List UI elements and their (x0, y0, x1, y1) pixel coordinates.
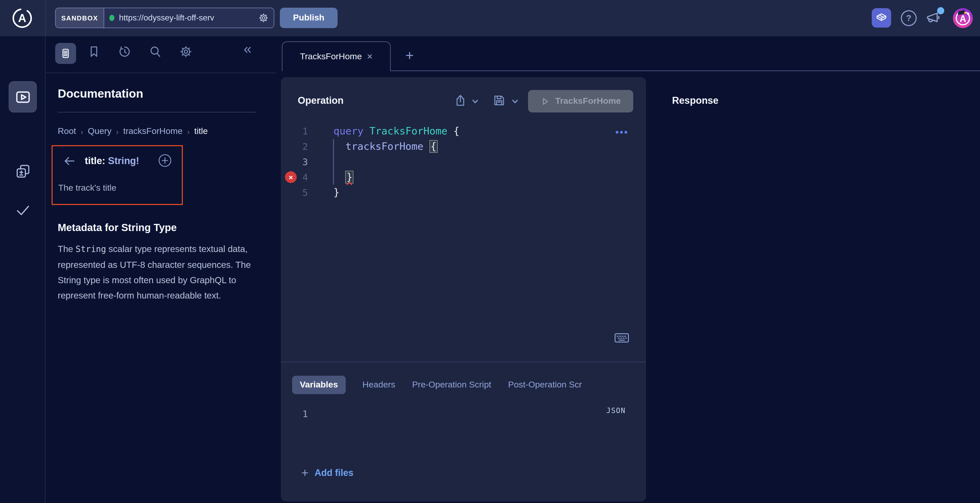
operation-panel-title: Operation (298, 95, 344, 106)
field-type-link[interactable]: String! (108, 155, 139, 166)
save-options-chevron[interactable] (512, 98, 519, 105)
endpoint-url-box[interactable]: https://odyssey-lift-off-serv (104, 8, 274, 27)
sidebar-item-checks[interactable] (0, 202, 45, 218)
docs-tab-documentation-active[interactable] (55, 43, 76, 64)
endpoint-url-input[interactable]: https://odyssey-lift-off-serv (119, 13, 214, 22)
docs-tab-bookmarks[interactable] (88, 45, 100, 58)
new-tab-button[interactable]: + (401, 47, 418, 64)
code-brace: } (334, 187, 340, 198)
top-bar: A SANDBOX https://odyssey-lift-off-serv … (0, 0, 980, 36)
connection-status-dot (109, 15, 115, 21)
graphql-code-editor[interactable]: query TracksForHome { tracksForHome { }} (334, 124, 459, 200)
tab-headers[interactable]: Headers (362, 380, 395, 390)
docs-title-divider (58, 112, 256, 112)
save-operation-button[interactable] (492, 94, 506, 107)
docs-collapse-button[interactable]: « (243, 41, 251, 57)
metadata-code-string: String (76, 244, 106, 254)
endpoint-settings-gear-icon[interactable] (258, 13, 269, 23)
operation-panel-divider (281, 361, 646, 362)
code-line-1: query TracksForHome { (334, 124, 459, 139)
keyboard-shortcuts-button[interactable] (614, 332, 630, 344)
tab-variables-active[interactable]: Variables (292, 376, 345, 394)
plus-icon: + (406, 48, 414, 63)
docs-tab-settings[interactable] (179, 45, 192, 58)
share-icon (453, 94, 467, 107)
run-operation-button-disabled[interactable]: TracksForHome (528, 90, 633, 112)
user-avatar[interactable]: A (953, 8, 973, 28)
line-number: 2 (281, 139, 313, 154)
graduation-tassel (964, 12, 966, 14)
history-clock-icon (118, 45, 131, 58)
code-operation-name: TracksForHome (369, 125, 447, 137)
variables-line-number: 1 (281, 409, 313, 419)
metadata-heading: Metadata for String Type (58, 222, 177, 234)
double-chevron-left-icon: « (243, 41, 251, 57)
response-panel-title: Response (672, 95, 719, 106)
apollo-logo[interactable]: A (11, 7, 33, 29)
breadcrumb: Root › Query › tracksForHome › title (58, 126, 208, 136)
operation-subtabs: Variables Headers Pre-Operation Script P… (292, 376, 582, 394)
breadcrumb-separator: › (111, 127, 123, 136)
breadcrumb-root[interactable]: Root (58, 126, 76, 136)
apollo-sandbox-app: A SANDBOX https://odyssey-lift-off-serv … (0, 0, 980, 503)
line-number: 1 (281, 124, 313, 139)
code-brace-matched-error: } (345, 171, 354, 184)
plus-icon: + (301, 467, 309, 479)
keyboard-icon (614, 332, 630, 344)
tab-pre-operation-script[interactable]: Pre-Operation Script (412, 380, 491, 390)
sidebar-item-changelog[interactable] (0, 163, 45, 179)
chevron-down-icon (512, 98, 519, 105)
code-brace: } (347, 171, 353, 183)
publish-button[interactable]: Publish (280, 8, 337, 28)
tab-close-icon[interactable]: × (367, 52, 372, 61)
explorer-play-icon (14, 88, 32, 105)
document-list-icon (60, 48, 72, 59)
sandbox-env-badge: SANDBOX (56, 8, 104, 27)
help-button[interactable]: ? (901, 10, 917, 26)
endpoint-group: SANDBOX https://odyssey-lift-off-serv (55, 8, 274, 28)
tab-post-operation-script[interactable]: Post-Operation Scr (508, 380, 582, 390)
editor-line-numbers: 1 2 3 4 5 (281, 124, 313, 200)
operation-editor-card: Operation (281, 77, 646, 501)
breadcrumb-query[interactable]: Query (88, 126, 111, 136)
code-brace: { (453, 125, 460, 137)
tab-label: TracksForHome (300, 51, 362, 62)
back-arrow-button[interactable] (63, 154, 76, 168)
syntax-error-icon[interactable]: × (285, 171, 297, 183)
add-field-to-query-button[interactable] (158, 153, 172, 168)
run-button-label: TracksForHome (555, 96, 621, 106)
code-line-3 (334, 154, 459, 170)
sandbox-home-button[interactable] (872, 8, 891, 27)
tabstrip-baseline (391, 70, 980, 71)
code-brace-matched: { (430, 140, 438, 153)
field-signature: title: String! (85, 155, 139, 167)
operation-overflow-menu[interactable]: ••• (616, 127, 628, 138)
checkmark-icon (14, 202, 31, 218)
chevron-down-icon (472, 98, 479, 105)
field-name: title: (85, 155, 105, 166)
sidebar-item-explorer-active[interactable] (9, 81, 37, 112)
share-options-chevron[interactable] (472, 98, 479, 105)
code-line-2: tracksForHome { (334, 139, 459, 154)
code-line-4: } (334, 170, 459, 185)
breadcrumb-separator: › (183, 127, 194, 136)
play-triangle-icon (541, 96, 550, 106)
plus-circle-icon (158, 153, 172, 168)
docs-tab-search[interactable] (149, 45, 162, 58)
announcements-button[interactable] (925, 10, 944, 27)
docs-panel-title: Documentation (58, 87, 143, 101)
docs-toolbar-divider (45, 73, 276, 73)
share-operation-button[interactable] (453, 94, 467, 107)
gear-icon (179, 45, 192, 58)
breadcrumb-title-current: title (194, 126, 208, 136)
help-question-icon: ? (906, 13, 912, 23)
tab-tracksforhome-active[interactable]: TracksForHome × (282, 42, 391, 71)
variables-mode-badge: JSON (606, 406, 625, 415)
add-files-label: Add files (315, 468, 353, 478)
add-files-button[interactable]: + Add files (301, 467, 353, 479)
field-description: The track's title (58, 183, 116, 193)
metadata-paragraph: The String scalar type represents textua… (58, 241, 259, 303)
docs-tab-history[interactable] (118, 45, 131, 58)
breadcrumb-tracksforhome[interactable]: tracksForHome (123, 126, 182, 136)
code-field-name: tracksForHome (345, 141, 423, 152)
